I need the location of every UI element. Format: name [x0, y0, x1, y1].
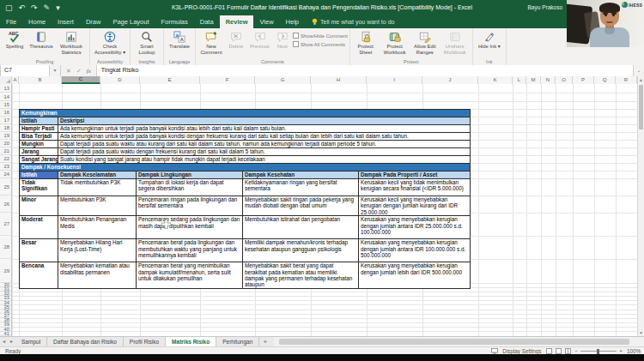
zoom-slider[interactable] — [580, 351, 617, 352]
cell[interactable]: Dapat terjadi pada suatu waktu atau kura… — [58, 141, 471, 148]
tell-me-box[interactable]: Tell me what you want to do — [305, 15, 401, 28]
signed-in-user[interactable]: Bayu Prakoso — [528, 0, 562, 15]
row-header-16[interactable]: 16 — [0, 109, 11, 117]
scroll-up-icon[interactable]: ▲ — [638, 76, 644, 83]
cell[interactable]: Istilah — [20, 117, 58, 125]
cell[interactable]: Membutuhkan istirahat dan pengobatan — [243, 216, 359, 239]
zoom-out-icon[interactable]: − — [575, 348, 579, 354]
column-header-H[interactable]: H — [311, 76, 367, 84]
column-header-P[interactable]: P — [573, 76, 594, 84]
cell[interactable]: Hampir Pasti — [20, 125, 58, 133]
cell[interactable]: Ada kemungkinan untuk terjadi pada banya… — [58, 125, 471, 133]
row-header-20[interactable]: 20 — [0, 140, 11, 147]
cell[interactable]: Kerusakan yang menyebabkan kerugian deng… — [359, 262, 471, 289]
sheet-nav-left-icon[interactable]: ◂ — [0, 337, 8, 346]
row-header-15[interactable]: 15 — [0, 101, 11, 109]
row-header-23[interactable]: 23 — [0, 163, 11, 171]
column-header-F[interactable]: F — [200, 76, 255, 84]
sheet-grid[interactable]: 1314151617181920212223242526272829303132… — [0, 84, 637, 336]
row-header-21[interactable]: 21 — [0, 147, 11, 155]
row-header-29[interactable]: 29 — [0, 259, 11, 283]
row-header-19[interactable]: 19 — [0, 132, 11, 140]
zoom-slider-thumb[interactable] — [597, 349, 599, 354]
sheet-nav-right-icon[interactable]: ▸ — [8, 337, 15, 346]
vertical-scrollbar[interactable]: ▲ ▼ — [637, 76, 644, 336]
column-header-C[interactable]: C — [62, 76, 100, 84]
horizontal-scroll-thumb[interactable] — [279, 339, 629, 345]
workbook-statistics-button[interactable]: Workbook Statistics — [55, 30, 88, 56]
cell[interactable]: Jarang — [20, 148, 58, 156]
cell[interactable]: Moderat — [20, 216, 58, 239]
ribbon-tab-insert[interactable]: Insert — [52, 15, 80, 28]
cell[interactable]: Bencana — [20, 262, 58, 289]
zoom-level[interactable]: 100% — [627, 348, 641, 354]
page-layout-view-icon[interactable] — [556, 348, 562, 354]
cell[interactable]: Mungkin — [20, 141, 58, 148]
checkbox-icon[interactable] — [293, 41, 299, 47]
cell[interactable]: Menyebabkan Hilang Hari Kerja (Lost-Time… — [58, 239, 137, 262]
column-header-K[interactable]: K — [478, 76, 513, 84]
translate-button[interactable]: aATranslate — [166, 30, 193, 51]
cell[interactable]: Memiliki dampak menahun/kronis terhadap … — [243, 239, 359, 262]
option-show-all-comments[interactable]: Show All Comments — [293, 41, 348, 47]
cell[interactable]: Kerusakan yang menyebabkan kerugian deng… — [359, 239, 471, 262]
cell[interactable]: Menyebabkan sakit ringan pada pekerja ya… — [243, 196, 359, 216]
normal-view-icon[interactable] — [546, 348, 552, 354]
ribbon-tab-page-layout[interactable]: Page Layout — [106, 15, 155, 28]
cell[interactable]: Tumpahan di lokasi kerja dan dapat seger… — [137, 179, 243, 196]
row-header-17[interactable]: 17 — [0, 117, 11, 124]
protect-sheet-button[interactable]: Protect Sheet — [352, 30, 380, 56]
sheet-tab-daftar-bahaya-dan-risiko[interactable]: Daftar Bahaya dan Risiko — [47, 337, 124, 346]
cell[interactable]: Pencemaran berat yang menimbulkan dampak… — [137, 262, 243, 289]
new-comment-button[interactable]: New Comment — [197, 30, 225, 56]
cell[interactable]: Dampak Pada Properti / Asset — [359, 171, 471, 179]
sheet-tab-sampul[interactable]: Sampul — [15, 337, 47, 346]
hide-ink-button[interactable]: Hide Ink ▾ — [475, 30, 504, 51]
thesaurus-button[interactable]: Thesaurus — [27, 30, 55, 51]
option-show-hide-comment[interactable]: Show/Hide Comment — [293, 33, 348, 39]
cell[interactable]: Membutuhkan Penanganan Medis — [58, 216, 137, 239]
cell[interactable]: Tidak Signifikan — [20, 179, 58, 196]
new-sheet-button[interactable]: + — [259, 337, 270, 346]
cell[interactable]: Dapat terjadi pada suatu waktu dengan fr… — [58, 148, 471, 156]
column-header-Q[interactable]: Q — [594, 76, 616, 84]
cell[interactable]: Ada kemungkinan untuk terjadi pada banya… — [58, 133, 471, 141]
column-header-M[interactable]: M — [526, 76, 541, 84]
cell[interactable]: Ketidaknyamanan ringan yang bersifat sem… — [243, 179, 359, 196]
row-header-26[interactable]: 26 — [0, 196, 11, 213]
row-header-18[interactable]: 18 — [0, 124, 11, 132]
cell[interactable]: Pencemaran ringan pada lingkungan dan be… — [137, 196, 243, 216]
cell[interactable]: Dampak / Konsekuensi — [20, 164, 471, 171]
cell[interactable]: Minor — [20, 196, 58, 216]
check-accessibility-button[interactable]: Check Accessibility ▾ — [92, 30, 128, 56]
cell[interactable]: Istilah — [20, 171, 58, 179]
smart-lookup-button[interactable]: Smart Lookup — [132, 30, 161, 56]
formula-bar-value[interactable]: Tingkat Risiko — [97, 65, 633, 76]
sheet-tab-matriks-risiko[interactable]: Matriks Risiko — [166, 337, 216, 346]
cell[interactable]: Kemungkinan — [20, 110, 471, 117]
column-header-O[interactable]: O — [556, 76, 573, 84]
column-header-A[interactable]: A — [12, 76, 19, 84]
row-header-22[interactable]: 22 — [0, 155, 11, 163]
column-header-G[interactable]: G — [255, 76, 311, 84]
display-settings-label[interactable]: Display Settings — [502, 348, 541, 354]
name-box-dropdown-icon[interactable]: ▾ — [50, 65, 61, 76]
vertical-scroll-thumb[interactable] — [639, 85, 643, 129]
cell[interactable]: Kerusakan kecil yang tidak menimbulkan k… — [359, 179, 471, 196]
row-header-24[interactable]: 24 — [0, 171, 11, 178]
ribbon-tab-formulas[interactable]: Formulas — [155, 15, 194, 28]
column-header-L[interactable]: L — [513, 76, 526, 84]
column-header-D[interactable]: D — [100, 76, 140, 84]
column-header-J[interactable]: J — [422, 76, 478, 84]
select-all-corner[interactable] — [0, 76, 12, 84]
cell[interactable]: Dampak Keselamatan — [58, 171, 137, 179]
cell[interactable]: Pencemaran sedang pada lingkungan dan ma… — [137, 216, 243, 239]
insert-function-icon[interactable]: fx — [87, 68, 91, 75]
cell[interactable]: Kerusakan kecil yang menyebabkan kerugia… — [359, 196, 471, 216]
row-header-14[interactable]: 14 — [0, 93, 11, 101]
page-break-view-icon[interactable] — [565, 348, 571, 354]
column-header-I[interactable]: I — [367, 76, 422, 84]
sheet-tab-perhitungan[interactable]: Perhitungan — [216, 337, 259, 346]
column-header-B[interactable]: B — [19, 76, 62, 84]
cancel-icon[interactable]: ✕ — [66, 68, 71, 75]
